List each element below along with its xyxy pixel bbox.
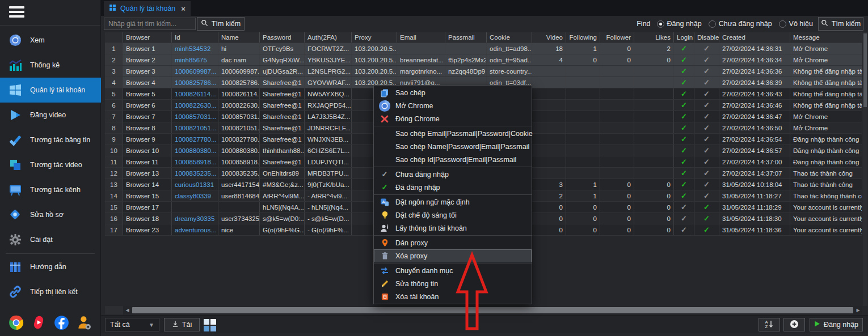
- cell-disable: ✓: [694, 134, 719, 144]
- sidebar-item-huong-dan[interactable]: Hướng dẫn: [0, 254, 101, 279]
- menu-item-chua-dang-nhap[interactable]: ✓Chưa đăng nhập: [374, 168, 532, 181]
- sidebar-item-sua-ho-so[interactable]: Sửa hồ sơ: [0, 202, 101, 227]
- column-header-passmail[interactable]: Passmail: [445, 32, 487, 42]
- grid-view-icon[interactable]: [203, 318, 217, 332]
- menu-item-sua-thong-tin[interactable]: Sửa thông tin: [374, 277, 532, 290]
- menu-item-dat-ngon-ngu-mac-dinh[interactable]: AĐặt ngôn ngữ mặc định: [374, 195, 532, 209]
- cell-created: 31/05/2024 11:18:29: [719, 202, 790, 212]
- menu-item-xoa-proxy[interactable]: Xóa proxy: [374, 249, 532, 262]
- add-button[interactable]: [783, 318, 805, 331]
- column-header-likes[interactable]: Likes: [634, 32, 674, 42]
- language-icon: A: [374, 198, 395, 207]
- cell-auth: - G(o(/9hF%...: [305, 224, 352, 235]
- menu-item-sao-chep-id-password-email-passmail[interactable]: Sao chép Id|Password|Email|Passmail: [374, 153, 532, 166]
- column-header-password[interactable]: Password: [260, 32, 305, 42]
- column-header-disable[interactable]: Disable: [694, 32, 719, 42]
- column-header-created[interactable]: Created: [719, 32, 790, 42]
- find-search-button[interactable]: Tìm kiếm: [818, 17, 863, 31]
- cell-id: classy80339: [172, 190, 218, 201]
- column-header-auth[interactable]: Auth(2FA): [305, 32, 352, 42]
- sidebar-item-tuong-tac-video[interactable]: Tương tác video: [0, 152, 101, 177]
- sidebar-item-xem[interactable]: Xem: [0, 28, 101, 53]
- account-manager-icon[interactable]: [77, 314, 92, 330]
- menu-item-dan-proxy[interactable]: Dán proxy: [374, 236, 532, 249]
- menu-item-dat-che-do-sang-toi[interactable]: Đặt chế độ sáng tối: [374, 209, 532, 222]
- menu-item-sao-chep[interactable]: Sao chép: [374, 86, 532, 99]
- menu-item-sao-chep-email-passmail-password-cookie[interactable]: Sao chép Email|Passmail|Password|Cookie: [374, 127, 532, 140]
- cell-password: Sharefree@1: [260, 134, 305, 144]
- column-header-video[interactable]: Video: [532, 32, 566, 42]
- app-window: XemThống kêQuản lý tài khoảnĐăng videoTư…: [0, 0, 868, 336]
- cell-name: dac nam: [218, 54, 260, 65]
- cell-message: Đăng nhập thành công: [790, 145, 862, 156]
- column-header-browser[interactable]: Browser: [123, 32, 172, 42]
- vertical-scrollbar[interactable]: [863, 32, 867, 306]
- radio-label: Chưa đăng nhập: [719, 20, 772, 28]
- menu-item-sao-chep-name-password-email-passmail[interactable]: Sao chép Name|Password|Email|Passmail: [374, 140, 532, 153]
- download-button[interactable]: Tải: [164, 318, 200, 331]
- scroll-right-icon[interactable]: ▶: [854, 306, 862, 314]
- scroll-left-icon[interactable]: ◀: [123, 306, 132, 314]
- cell-auth: 6CHZS6E7L...: [305, 145, 352, 156]
- column-header-proxy[interactable]: Proxy: [352, 32, 397, 42]
- menu-item-xoa-tai-khoan[interactable]: Xóa tài khoản: [374, 290, 532, 303]
- menu-item-chuyen-danh-muc[interactable]: Chuyển danh mục: [374, 264, 532, 277]
- check-gray-icon: ✓: [703, 124, 710, 132]
- shorts-icon[interactable]: [31, 314, 47, 330]
- column-header-cookie[interactable]: Cookie: [487, 32, 532, 42]
- cell-follower: [600, 111, 634, 122]
- cell-following: 0: [566, 54, 600, 65]
- radio-dang-nhap[interactable]: Đăng nhập: [657, 20, 702, 28]
- chrome-icon[interactable]: [8, 314, 24, 330]
- column-header-follower[interactable]: Follower: [600, 32, 634, 42]
- login-button[interactable]: Đăng nhập: [810, 318, 863, 331]
- menu-item-label: Sao chép Name|Password|Email|Passmail: [395, 143, 529, 151]
- menu-item-label: Chuyển danh mục: [395, 267, 453, 275]
- menu-item-label: Xóa tài khoản: [395, 293, 439, 301]
- cell-auth: NW5AYXBQ...: [305, 88, 352, 99]
- menu-item-da-dang-nhap[interactable]: ✓Đã đăng nhập: [374, 181, 532, 194]
- menu-separator: [374, 126, 532, 126]
- sidebar-item-quan-ly-tai-khoan[interactable]: Quản lý tài khoản: [0, 78, 101, 103]
- cell-video: 4: [532, 54, 566, 65]
- category-filter-select[interactable]: Tất cả ▼: [105, 318, 159, 331]
- cell-password: Sharefree@1: [260, 77, 305, 88]
- tab-close-icon[interactable]: ×: [181, 5, 186, 13]
- login-button-label: Đăng nhập: [824, 321, 858, 329]
- search-button[interactable]: Tìm kiếm: [197, 17, 245, 31]
- column-header-message[interactable]: Message: [790, 32, 862, 42]
- facebook-icon[interactable]: [54, 314, 70, 330]
- vertical-scrollbar-thumb[interactable]: [863, 33, 867, 107]
- cell-proxy: 103.200.20.5...: [352, 54, 397, 65]
- menu-item-mo-chrome[interactable]: Mở Chrome: [374, 99, 532, 112]
- tab-quan-ly-tai-khoan[interactable]: Quản lý tài khoản ×: [104, 1, 191, 16]
- hamburger-menu-icon[interactable]: [9, 6, 24, 18]
- sidebar-item-thong-ke[interactable]: Thống kê: [0, 53, 101, 78]
- sidebar-item-tuong-tac-bang-tin[interactable]: Tương tác bảng tin: [0, 127, 101, 152]
- column-header-num[interactable]: [105, 32, 123, 42]
- table-row[interactable]: 1Browser 1minh534532hiOTFcy9BsFOCRWT2Z..…: [105, 43, 862, 54]
- radio-chua-dang-nhap[interactable]: Chưa đăng nhập: [709, 20, 772, 28]
- cell-follower: [600, 134, 634, 144]
- column-header-email[interactable]: Email: [397, 32, 445, 42]
- search-input[interactable]: [104, 18, 196, 30]
- sidebar-item-tuong-tac-kenh[interactable]: Tương tác kênh: [0, 177, 101, 202]
- menu-item-dong-chrome[interactable]: Đóng Chrome: [374, 112, 532, 125]
- column-header-login[interactable]: Login: [674, 32, 694, 42]
- column-header-id[interactable]: Id: [172, 32, 218, 42]
- table-row[interactable]: 2Browser 2minh85675dac namG4NyqRXiW...YB…: [105, 54, 862, 66]
- horizontal-scrollbar[interactable]: ◀ ▶: [105, 306, 862, 314]
- menu-item-lay-thong-tin-tai-khoan[interactable]: Lấy thông tin tài khoản: [374, 222, 532, 235]
- column-header-following[interactable]: Following: [566, 32, 600, 42]
- table-row[interactable]: 3Browser 31000609987...1000609987...ujDU…: [105, 66, 862, 77]
- sort-button[interactable]: AZ: [759, 318, 780, 331]
- sidebar-item-tiep-thi-lien-ket[interactable]: Tiếp thị liên kết: [0, 279, 101, 304]
- sidebar-item-dang-video[interactable]: Đăng video: [0, 103, 101, 127]
- column-header-name[interactable]: Name: [218, 32, 260, 42]
- cell-disable: ✓: [694, 190, 719, 201]
- sidebar-item-cai-dat[interactable]: Cài đặt: [0, 227, 101, 252]
- check-green-icon: ✓: [681, 101, 687, 109]
- radio-vo-hieu[interactable]: Vô hiệu: [779, 20, 813, 28]
- horizontal-scrollbar-thumb[interactable]: [132, 307, 853, 313]
- cell-video: [532, 100, 566, 110]
